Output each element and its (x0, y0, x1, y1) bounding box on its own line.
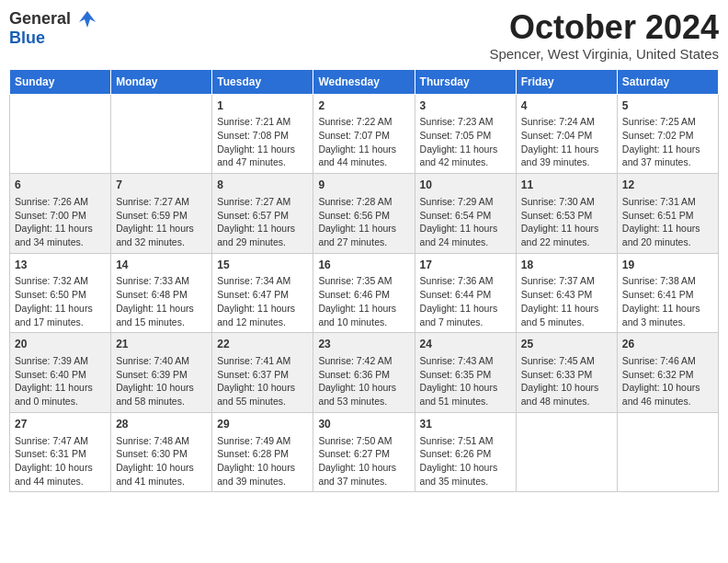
calendar-cell: 24Sunrise: 7:43 AMSunset: 6:35 PMDayligh… (415, 333, 516, 413)
calendar-table: SundayMondayTuesdayWednesdayThursdayFrid… (9, 69, 719, 493)
month-title: October 2024 (489, 9, 719, 46)
location-subtitle: Spencer, West Virginia, United States (489, 46, 719, 62)
calendar-cell: 6Sunrise: 7:26 AMSunset: 7:00 PMDaylight… (10, 174, 111, 254)
day-info-text: Sunrise: 7:28 AM (318, 195, 409, 209)
day-number: 7 (116, 178, 207, 193)
svg-marker-0 (79, 11, 96, 28)
day-number: 17 (420, 258, 511, 273)
calendar-cell: 23Sunrise: 7:42 AMSunset: 6:36 PMDayligh… (313, 333, 415, 413)
day-info-text: Sunrise: 7:38 AM (622, 274, 713, 288)
day-info-text: Sunrise: 7:46 AM (622, 354, 713, 368)
day-info-text: Daylight: 11 hours and 20 minutes. (622, 222, 713, 248)
calendar-cell: 27Sunrise: 7:47 AMSunset: 6:31 PMDayligh… (10, 412, 111, 492)
title-block: October 2024 Spencer, West Virginia, Uni… (489, 9, 719, 62)
day-number: 27 (15, 417, 106, 432)
day-number: 15 (217, 258, 308, 273)
day-info-text: Sunset: 6:43 PM (521, 288, 612, 302)
day-number: 2 (318, 98, 409, 114)
day-info-text: Daylight: 11 hours and 3 minutes. (622, 302, 713, 328)
day-info-text: Sunrise: 7:27 AM (217, 195, 308, 209)
weekday-header-wednesday: Wednesday (313, 69, 415, 94)
day-info-text: Sunset: 6:44 PM (420, 288, 511, 302)
weekday-header-tuesday: Tuesday (212, 69, 313, 94)
calendar-cell: 13Sunrise: 7:32 AMSunset: 6:50 PMDayligh… (10, 253, 111, 333)
day-info-text: Daylight: 11 hours and 44 minutes. (318, 143, 409, 169)
day-info-text: Sunrise: 7:40 AM (116, 354, 207, 368)
calendar-cell: 18Sunrise: 7:37 AMSunset: 6:43 PMDayligh… (516, 253, 617, 333)
calendar-cell: 9Sunrise: 7:28 AMSunset: 6:56 PMDaylight… (313, 174, 415, 254)
day-info-text: Daylight: 11 hours and 15 minutes. (116, 302, 207, 328)
day-number: 3 (420, 98, 511, 114)
day-info-text: Sunset: 6:54 PM (420, 209, 511, 223)
day-info-text: Sunrise: 7:23 AM (420, 115, 511, 129)
day-info-text: Sunset: 7:00 PM (15, 209, 106, 223)
calendar-cell: 31Sunrise: 7:51 AMSunset: 6:26 PMDayligh… (415, 412, 516, 492)
day-info-text: Sunset: 6:46 PM (318, 288, 409, 302)
day-info-text: Sunset: 7:05 PM (420, 129, 511, 143)
weekday-header-sunday: Sunday (10, 69, 111, 94)
day-number: 1 (217, 98, 308, 114)
day-info-text: Sunrise: 7:31 AM (622, 195, 713, 209)
day-info-text: Sunset: 6:59 PM (116, 209, 207, 223)
day-info-text: Sunrise: 7:35 AM (318, 274, 409, 288)
day-info-text: Sunrise: 7:39 AM (15, 354, 106, 368)
day-number: 8 (217, 178, 308, 193)
day-info-text: Daylight: 11 hours and 7 minutes. (420, 302, 511, 328)
day-number: 23 (318, 337, 409, 352)
day-number: 24 (420, 337, 511, 352)
calendar-cell: 11Sunrise: 7:30 AMSunset: 6:53 PMDayligh… (516, 174, 617, 254)
day-info-text: Sunset: 7:08 PM (217, 129, 308, 143)
calendar-cell: 19Sunrise: 7:38 AMSunset: 6:41 PMDayligh… (617, 253, 718, 333)
day-info-text: Sunrise: 7:41 AM (217, 354, 308, 368)
day-info-text: Sunrise: 7:37 AM (521, 274, 612, 288)
day-info-text: Sunrise: 7:49 AM (217, 434, 308, 448)
weekday-header-saturday: Saturday (617, 69, 718, 94)
day-number: 10 (420, 178, 511, 193)
day-info-text: Sunrise: 7:26 AM (15, 195, 106, 209)
day-info-text: Daylight: 11 hours and 22 minutes. (521, 222, 612, 248)
day-info-text: Sunrise: 7:22 AM (318, 115, 409, 129)
day-info-text: Sunset: 6:35 PM (420, 368, 511, 382)
day-number: 25 (521, 337, 612, 352)
day-info-text: Sunrise: 7:45 AM (521, 354, 612, 368)
day-info-text: Sunset: 6:48 PM (116, 288, 207, 302)
calendar-cell (516, 412, 617, 492)
day-info-text: Sunset: 6:27 PM (318, 447, 409, 461)
day-info-text: Sunset: 6:30 PM (116, 447, 207, 461)
day-info-text: Sunset: 6:31 PM (15, 447, 106, 461)
weekday-header-friday: Friday (516, 69, 617, 94)
day-info-text: Daylight: 10 hours and 53 minutes. (318, 381, 409, 408)
day-number: 4 (521, 98, 612, 114)
calendar-cell: 29Sunrise: 7:49 AMSunset: 6:28 PMDayligh… (212, 412, 313, 492)
day-info-text: Daylight: 10 hours and 41 minutes. (116, 461, 207, 488)
day-info-text: Sunrise: 7:43 AM (420, 354, 511, 368)
calendar-week-row: 1Sunrise: 7:21 AMSunset: 7:08 PMDaylight… (10, 94, 719, 174)
day-info-text: Sunset: 6:57 PM (217, 209, 308, 223)
day-number: 16 (318, 258, 409, 273)
day-info-text: Sunset: 6:56 PM (318, 209, 409, 223)
day-number: 28 (116, 417, 207, 432)
day-number: 14 (116, 258, 207, 273)
calendar-cell: 30Sunrise: 7:50 AMSunset: 6:27 PMDayligh… (313, 412, 415, 492)
day-number: 19 (622, 258, 713, 273)
day-info-text: Sunset: 6:37 PM (217, 368, 308, 382)
day-info-text: Sunrise: 7:33 AM (116, 274, 207, 288)
calendar-week-row: 13Sunrise: 7:32 AMSunset: 6:50 PMDayligh… (10, 253, 719, 333)
calendar-cell: 4Sunrise: 7:24 AMSunset: 7:04 PMDaylight… (516, 94, 617, 174)
day-info-text: Sunrise: 7:50 AM (318, 434, 409, 448)
day-info-text: Daylight: 11 hours and 27 minutes. (318, 222, 409, 248)
day-info-text: Daylight: 11 hours and 32 minutes. (116, 222, 207, 248)
day-info-text: Sunrise: 7:34 AM (217, 274, 308, 288)
calendar-cell: 22Sunrise: 7:41 AMSunset: 6:37 PMDayligh… (212, 333, 313, 413)
day-info-text: Sunrise: 7:42 AM (318, 354, 409, 368)
day-info-text: Daylight: 11 hours and 29 minutes. (217, 222, 308, 248)
calendar-week-row: 27Sunrise: 7:47 AMSunset: 6:31 PMDayligh… (10, 412, 719, 492)
calendar-cell (111, 94, 212, 174)
day-info-text: Sunset: 6:50 PM (15, 288, 106, 302)
day-info-text: Daylight: 10 hours and 35 minutes. (420, 461, 511, 488)
day-info-text: Sunrise: 7:30 AM (521, 195, 612, 209)
calendar-cell: 3Sunrise: 7:23 AMSunset: 7:05 PMDaylight… (415, 94, 516, 174)
day-info-text: Sunrise: 7:51 AM (420, 434, 511, 448)
calendar-cell: 16Sunrise: 7:35 AMSunset: 6:46 PMDayligh… (313, 253, 415, 333)
day-info-text: Daylight: 10 hours and 48 minutes. (521, 381, 612, 408)
